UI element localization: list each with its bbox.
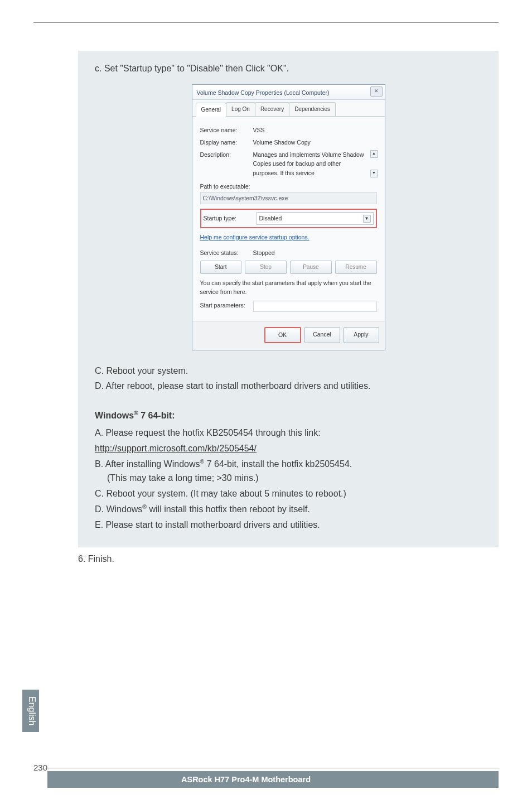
step-b-suffix: 7 64-bit, install the hotfix kb2505454. [204,459,352,469]
value-path: C:\Windows\system32\vssvc.exe [200,192,377,204]
value-service-status: Stopped [253,248,377,257]
apply-button[interactable]: Apply [344,327,379,343]
label-start-parameters: Start parameters: [200,301,253,310]
tab-recovery[interactable]: Recovery [255,102,289,116]
step-d-suffix: will install this hotfix then reboot by … [147,504,310,514]
startup-type-select[interactable]: Disabled ▼ [257,212,374,224]
stop-button: Stop [245,261,287,274]
step-c-text: c. Set "Startup type" to "Disable" then … [95,62,482,76]
label-description: Description: [200,150,253,159]
ok-button[interactable]: OK [264,327,301,343]
dialog-title-bar: Volume Shadow Copy Properties (Local Com… [192,85,385,100]
properties-dialog: Volume Shadow Copy Properties (Local Com… [192,84,385,350]
heading-prefix: Windows [95,411,134,420]
registered-icon: ® [142,504,147,510]
resume-button: Resume [335,261,377,274]
value-description: Manages and implements Volume Shadow Cop… [253,150,368,177]
service-control-buttons: Start Stop Pause Resume [200,261,377,274]
dialog-footer: OK Cancel Apply [192,321,385,349]
specify-note: You can specify the start parameters tha… [200,278,377,297]
step-d-prefix: D. Windows [95,504,142,514]
step-d2: D. Windows® will install this hotfix the… [95,503,482,517]
scroll-down-icon[interactable]: ▼ [370,170,378,177]
value-display-name: Volume Shadow Copy [253,138,377,147]
top-separator [33,22,499,23]
close-icon[interactable]: ✕ [370,86,383,97]
label-display-name: Display name: [200,138,253,147]
footer-separator [47,768,499,768]
chevron-down-icon[interactable]: ▼ [363,215,371,223]
footer-bar: ASRock H77 Pro4-M Motherboard [47,771,499,788]
step-e: E. Please start to install motherboard d… [95,518,482,532]
page-number: 230 [33,763,47,772]
tab-dependencies[interactable]: Dependencies [289,102,336,116]
label-path: Path to executable: [200,182,377,191]
label-service-name: Service name: [200,126,253,134]
dialog-tabs: General Log On Recovery Dependencies [192,100,385,117]
dialog-title-text: Volume Shadow Copy Properties (Local Com… [197,89,330,96]
start-parameters-input[interactable] [253,301,377,312]
label-startup-type: Startup type: [204,214,257,223]
step-b-prefix: B. After installing Windows [95,459,200,469]
win7-heading: Windows® 7 64-bit: [95,409,482,423]
scroll-up-icon[interactable]: ▲ [370,150,378,158]
value-service-name: VSS [253,126,377,134]
pause-button: Pause [290,261,332,274]
language-tab: English [22,690,39,732]
cancel-button[interactable]: Cancel [304,327,340,343]
registered-icon: ® [134,410,138,416]
step-c2: C. Reboot your system. (It may take abou… [95,487,482,501]
tab-general[interactable]: General [196,103,227,117]
dialog-body: Service name: VSS Display name: Volume S… [192,117,385,321]
step-d-after: D. After reboot, please start to install… [95,379,482,393]
start-button[interactable]: Start [200,261,242,274]
step-b-note: (This may take a long time; >30 mins.) [107,471,482,485]
startup-type-value: Disabled [259,214,282,223]
startup-type-highlight: Startup type: Disabled ▼ [200,209,377,228]
step-6-finish: 6. Finish. [78,554,499,564]
step-b: B. After installing Windows® 7 64-bit, i… [95,458,482,485]
help-link[interactable]: Help me configure service startup option… [200,234,309,240]
step-a: A. Please request the hotfix KB2505454 t… [95,426,482,440]
instruction-panel: c. Set "Startup type" to "Disable" then … [78,51,499,547]
tab-logon[interactable]: Log On [226,102,255,116]
heading-suffix: 7 64-bit: [138,411,175,420]
step-c-reboot: C. Reboot your system. [95,364,482,378]
label-service-status: Service status: [200,248,253,257]
kb-link[interactable]: http://support.microsoft.com/kb/2505454/ [95,444,257,453]
description-scrollbar[interactable]: ▲ ▼ [370,150,377,177]
